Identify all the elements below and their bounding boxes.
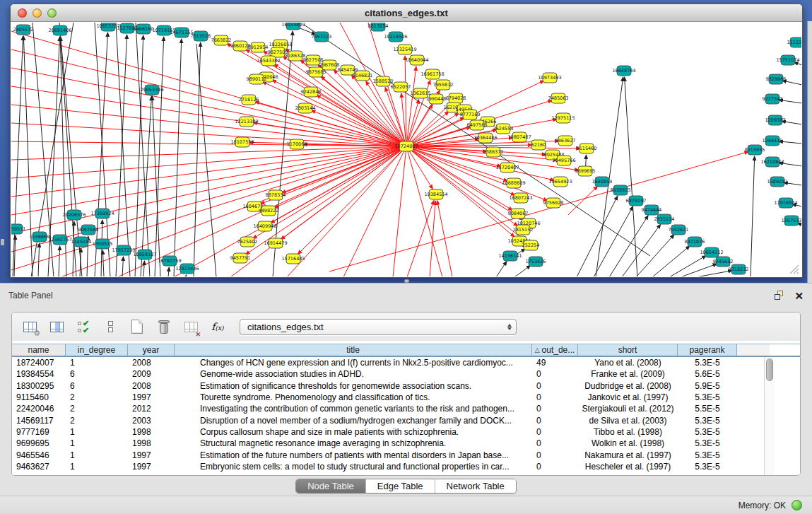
import-checks-icon[interactable]: ✔ ✔ (74, 318, 93, 335)
graph-node[interactable]: 7857223 (312, 32, 332, 42)
graph-node[interactable]: 1167533 (782, 216, 801, 226)
cell-pagerank[interactable]: 5.3E-5 (678, 358, 737, 368)
cell-short[interactable]: Franke et al. (2009) (578, 369, 678, 379)
table-row[interactable]: 1938455462009Genome-wide association stu… (12, 368, 800, 380)
graph-node[interactable]: 9318232 (729, 264, 749, 274)
cell-pagerank[interactable]: 5.3E-5 (678, 427, 737, 437)
graph-node[interactable]: 9699695 (575, 166, 596, 176)
cell-out-de-[interactable]: 0 (532, 404, 578, 414)
citation-network-graph[interactable]: 7663822986012889129541822605898275051654… (11, 23, 801, 276)
delete-table-icon[interactable]: ✕ (182, 318, 200, 335)
graph-node[interactable]: 9146821 (353, 71, 373, 81)
cell-pagerank[interactable]: 5.3E-5 (678, 416, 737, 426)
cell-out-de-[interactable]: 0 (532, 427, 578, 437)
graph-node[interactable]: 1990448 (426, 94, 447, 104)
graph-node[interactable]: 16807243 (509, 193, 532, 203)
graph-node[interactable]: 16210643 (760, 157, 784, 167)
graph-node[interactable]: 15716485 (281, 254, 305, 264)
cell-in-degree[interactable]: 6 (66, 381, 128, 391)
cell-out-de-[interactable]: 0 (532, 462, 578, 472)
close-window-button[interactable] (18, 8, 27, 18)
graph-node[interactable]: 15751074 (776, 55, 799, 65)
cell-pagerank[interactable]: 5.5E-5 (678, 404, 737, 414)
table-row[interactable]: 969969511998Structural magnetic resonanc… (12, 438, 800, 449)
graph-node[interactable]: 8912954 (248, 42, 269, 52)
graph-node[interactable]: 9329966 (766, 74, 787, 84)
graph-node[interactable]: 9227343 (763, 94, 783, 104)
float-panel-icon[interactable] (775, 291, 784, 300)
cell-title[interactable]: Embryonic stem cells: a model to study s… (175, 462, 532, 472)
graph-node[interactable]: 20206576 (62, 210, 86, 220)
graph-node[interactable]: 3624554 (493, 124, 514, 134)
graph-node[interactable]: 1209387 (765, 115, 786, 125)
graph-node[interactable]: 8471876 (685, 237, 705, 247)
cell-out-de-[interactable]: 0 (532, 392, 578, 402)
graph-node[interactable]: 9084067 (508, 209, 529, 218)
cell-year[interactable]: 1997 (128, 462, 175, 472)
cell-year[interactable]: 2008 (128, 381, 175, 391)
table-row[interactable]: 1456911722003Disruption of a novel membe… (12, 414, 800, 426)
cell-short[interactable]: Dudbridge et al. (2008) (578, 381, 678, 391)
cell-name[interactable]: 19384554 (12, 369, 66, 379)
graph-node[interactable]: 16409948 (253, 221, 276, 231)
cell-title[interactable]: Corpus callosum shape and size in male p… (175, 427, 532, 437)
graph-node[interactable]: 1350515 (93, 239, 113, 249)
cell-year[interactable]: 1997 (128, 392, 175, 402)
cell-in-degree[interactable]: 2 (66, 416, 128, 426)
cell-title[interactable]: Investigating the contribution of common… (175, 404, 532, 414)
cell-name[interactable]: 18300295 (12, 381, 66, 391)
cell-short[interactable]: Nakamura et al. (1997) (578, 450, 678, 460)
graph-node[interactable]: 1112305 (787, 37, 801, 47)
column-header-year[interactable]: year (128, 344, 175, 356)
cell-short[interactable]: Yano et al. (2008) (578, 358, 678, 368)
cell-year[interactable]: 2009 (128, 369, 175, 379)
cell-name[interactable]: 9463627 (12, 462, 66, 472)
table-options-icon[interactable]: ⚙ (20, 318, 39, 335)
graph-node[interactable]: 19384554 (424, 189, 447, 199)
cell-year[interactable]: 2012 (128, 404, 175, 414)
graph-node[interactable]: 12923446 (175, 264, 199, 274)
graph-node[interactable]: 1244415 (763, 136, 783, 146)
cell-title[interactable]: Genome-wide association studies in ADHD. (175, 369, 532, 379)
graph-node[interactable]: 4498222 (259, 206, 279, 216)
graph-node[interactable]: 7955812 (433, 80, 454, 90)
cell-out-de-[interactable]: 0 (532, 369, 578, 379)
cell-in-degree[interactable]: 1 (66, 427, 128, 437)
graph-node[interactable]: 9115460 (577, 144, 597, 153)
graph-node[interactable]: 7515526 (191, 31, 211, 41)
cell-pagerank[interactable]: 5.9E-5 (678, 381, 737, 391)
fx-icon[interactable]: f(x) (208, 318, 227, 335)
graph-node[interactable]: 20691406 (48, 25, 71, 35)
cell-short[interactable]: Tibbo et al. (1998) (578, 427, 678, 437)
graph-node[interactable]: 10958107 (133, 250, 156, 259)
cell-out-de-[interactable]: 0 (532, 438, 578, 448)
cell-year[interactable]: 1998 (128, 438, 175, 448)
cell-pagerank[interactable]: 5.3E-5 (678, 450, 737, 460)
rows-icon[interactable] (101, 318, 119, 335)
cell-out-de-[interactable]: 0 (532, 381, 578, 391)
graph-node[interactable]: 1753426 (526, 257, 546, 267)
cell-title[interactable]: Estimation of significance thresholds fo… (175, 381, 532, 391)
graph-node[interactable]: 19218506 (384, 32, 407, 42)
column-header-out-de-[interactable]: △out_de... (532, 344, 578, 356)
graph-node[interactable]: 17957223 (112, 245, 135, 255)
tab-node-table[interactable]: Node Table (296, 479, 366, 493)
graph-node[interactable]: 10654112 (700, 247, 723, 257)
table-row[interactable]: 2242004622012Investigating the contribut… (12, 403, 800, 414)
graph-node[interactable]: 9756928 (543, 198, 564, 208)
table-selector-dropdown[interactable]: citations_edges.txt (240, 319, 517, 335)
graph-node[interactable]: 6879197 (626, 196, 647, 206)
graph-node[interactable]: 1589291 (767, 177, 788, 187)
cell-name[interactable]: 18724007 (12, 358, 66, 368)
close-panel-icon[interactable]: ✕ (794, 291, 804, 301)
graph-node[interactable]: 15720407 (495, 163, 519, 173)
cell-year[interactable]: 2008 (128, 358, 175, 368)
cell-title[interactable]: Changes of HCN gene expression and I(f) … (175, 358, 532, 368)
cell-year[interactable]: 1998 (128, 427, 175, 437)
graph-node[interactable]: 18640944 (405, 55, 428, 65)
graph-node[interactable]: 2803144 (295, 103, 316, 113)
cell-title[interactable]: Estimation of the future numbers of pati… (175, 450, 532, 460)
cell-pagerank[interactable]: 5.3E-5 (678, 392, 737, 402)
window-resize-grip[interactable] (788, 263, 799, 274)
scrollbar-thumb[interactable] (766, 358, 773, 381)
